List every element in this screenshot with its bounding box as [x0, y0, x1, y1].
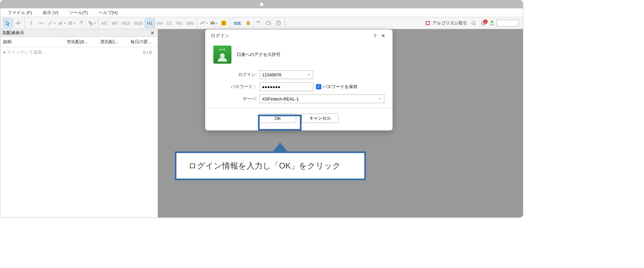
svg-rect-2 — [211, 22, 212, 24]
password-input[interactable] — [260, 82, 313, 91]
trendline-icon[interactable] — [46, 18, 56, 28]
login-input[interactable] — [260, 70, 313, 79]
timeframe-m30[interactable]: M30 — [132, 18, 145, 28]
dialog-close-icon[interactable]: ✕ — [379, 33, 387, 39]
col-bid[interactable]: 買気配(... — [98, 37, 128, 47]
ok-button[interactable]: OK — [259, 114, 296, 123]
menu-file[interactable]: ファイル (F) — [2, 9, 37, 16]
grid-header: 銘柄 売気配(B... 買気配(... 毎日の変... — [0, 37, 158, 47]
toolbar: M1 M5 M15 M30 H1 H4 D1 W1 MN $ IDE アルゴリズ… — [0, 17, 523, 29]
timeframe-m15[interactable]: M15 — [120, 18, 132, 28]
signal-icon[interactable] — [253, 18, 263, 28]
callout-arrow-icon — [273, 142, 287, 152]
col-symbol[interactable]: 銘柄 — [0, 37, 64, 47]
check-icon: ✓ — [316, 84, 321, 89]
search-icon[interactable] — [469, 18, 479, 28]
svg-text:$: $ — [223, 21, 225, 25]
svg-rect-4 — [214, 22, 215, 24]
dialog-titlebar: ログイン ? ✕ — [205, 29, 392, 42]
notifications-icon[interactable]: 1 — [479, 18, 489, 28]
balance-box — [497, 20, 519, 26]
timeframe-w1[interactable]: W1 — [174, 18, 185, 28]
title-dot-icon — [260, 3, 263, 6]
vps-icon[interactable] — [273, 18, 283, 28]
menu-help[interactable]: ヘルプ(H) — [93, 9, 123, 16]
line-vert-icon[interactable] — [26, 18, 36, 28]
password-label: パスワード： — [213, 84, 257, 90]
dialog-help-icon[interactable]: ? — [371, 33, 379, 39]
dialog-title: ログイン — [211, 33, 371, 39]
menu-bar: ファイル (F) 表示 (V) ツール(T) ヘルプ(H) — [0, 8, 523, 17]
plus-icon: + — [3, 50, 6, 55]
dollar-icon[interactable]: $ — [219, 18, 229, 28]
menu-tools[interactable]: ツール(T) — [64, 9, 93, 16]
svg-point-8 — [472, 21, 475, 24]
market-watch-panel: 気配値表示 ✕ 銘柄 売気配(B... 買気配(... 毎日の変... + クリ… — [0, 29, 158, 217]
server-select[interactable] — [260, 94, 384, 103]
chart-line-icon[interactable] — [199, 18, 209, 28]
market-icon[interactable] — [243, 18, 253, 28]
add-symbol-row[interactable]: + クリックして追加... 0 / 0 — [0, 47, 158, 57]
svg-rect-1 — [91, 23, 92, 25]
menu-view[interactable]: 表示 (V) — [37, 9, 64, 16]
timeframe-h1[interactable]: H1 — [145, 18, 155, 28]
panel-header: 気配値表示 ✕ — [0, 29, 158, 37]
text-icon[interactable] — [76, 18, 87, 28]
lvl-icon[interactable]: LVL — [489, 20, 495, 26]
cursor-icon[interactable] — [3, 18, 13, 28]
login-label: ログイン: — [213, 72, 257, 78]
shapes-icon[interactable] — [87, 18, 97, 28]
svg-point-0 — [89, 21, 91, 23]
save-password-checkbox[interactable]: ✓ パスワードを保存 — [316, 84, 358, 90]
ide-button[interactable]: IDE — [232, 21, 243, 26]
channel-icon[interactable] — [56, 18, 66, 28]
lvl-label: LVL — [490, 23, 494, 26]
crosshair-icon[interactable] — [13, 18, 23, 28]
add-symbol-label: クリックして追加... — [7, 49, 46, 55]
login-avatar-icon: *** — [213, 46, 231, 64]
notification-badge: 1 — [483, 19, 488, 24]
daily-value: 0 / 0 — [143, 50, 155, 55]
panel-title: 気配値表示 — [2, 30, 24, 36]
algo-trading-button[interactable]: アルゴリズム取引 — [431, 20, 469, 26]
access-label: 口座へのアクセス許可 — [237, 52, 280, 58]
main-area: 気配値表示 ✕ 銘柄 売気配(B... 買気配(... 毎日の変... + クリ… — [0, 29, 523, 217]
chart-area: ログイン ? ✕ *** 口座へのアクセス許可 ログイン: — [158, 29, 523, 217]
timeframe-m1[interactable]: M1 — [100, 18, 110, 28]
timeframe-m5[interactable]: M5 — [110, 18, 120, 28]
timeframe-mn[interactable]: MN — [185, 18, 196, 28]
cloud-icon[interactable] — [263, 18, 273, 28]
cancel-button[interactable]: キャンセル — [302, 114, 338, 123]
svg-rect-3 — [212, 21, 213, 24]
login-dialog: ログイン ? ✕ *** 口座へのアクセス許可 ログイン: — [205, 29, 393, 131]
window-frame: ファイル (F) 表示 (V) ツール(T) ヘルプ(H) M1 M5 M15 … — [0, 0, 523, 218]
callout-box: ログイン情報を入力し「OK」をクリック — [175, 151, 366, 180]
server-label: サーバ: — [213, 96, 257, 102]
timeframe-d1[interactable]: D1 — [165, 18, 174, 28]
panel-close-icon[interactable]: ✕ — [149, 30, 156, 36]
save-password-label: パスワードを保存 — [323, 84, 358, 90]
col-ask[interactable]: 売気配(B... — [64, 37, 98, 47]
fibo-icon[interactable] — [66, 18, 76, 28]
chart-candle-icon[interactable] — [209, 18, 219, 28]
callout-text: ログイン情報を入力し「OK」をクリック — [189, 161, 341, 170]
window-titlebar — [0, 0, 523, 8]
col-daily[interactable]: 毎日の変... — [128, 37, 158, 47]
timeframe-h4[interactable]: H4 — [155, 18, 165, 28]
algo-stop-icon — [426, 21, 430, 25]
line-horiz-icon[interactable] — [36, 18, 46, 28]
